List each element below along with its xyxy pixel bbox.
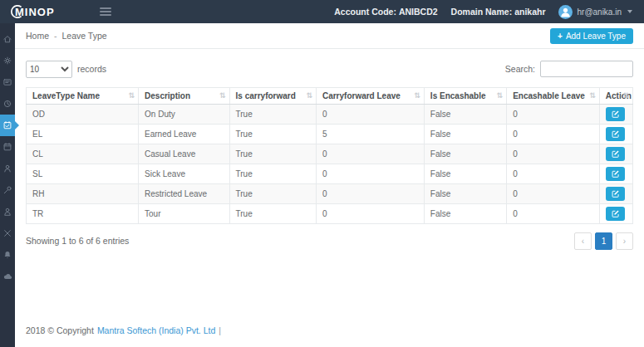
user2-icon bbox=[2, 207, 12, 217]
topbar: MINOP Account Code:ANIBCD2 Domain Name:a… bbox=[0, 0, 644, 23]
tools-icon bbox=[2, 228, 12, 238]
account-code-label: Account Code: bbox=[334, 7, 396, 17]
table-cell: False bbox=[424, 204, 506, 224]
breadcrumb-home[interactable]: Home bbox=[26, 31, 49, 41]
sidebar-item-cloud[interactable] bbox=[0, 266, 15, 287]
breadcrumb: Home - Leave Type + Add Leave Type bbox=[15, 23, 644, 49]
table-cell: 0 bbox=[507, 164, 600, 184]
table-cell: TR bbox=[27, 204, 139, 224]
sidebar-item-tools[interactable] bbox=[0, 222, 15, 244]
table-cell: True bbox=[229, 144, 316, 164]
table-header-row: LeaveType Name⇅Description⇅Is carryforwa… bbox=[27, 88, 633, 105]
table-cell: True bbox=[229, 105, 316, 125]
sort-icon: ⇅ bbox=[589, 91, 596, 100]
table-cell: False bbox=[424, 105, 506, 125]
search: Search: bbox=[505, 61, 633, 77]
column-header[interactable]: Encashable Leave⇅ bbox=[507, 88, 600, 105]
add-leave-type-button[interactable]: + Add Leave Type bbox=[550, 28, 633, 44]
sidebar-item-wrench[interactable] bbox=[0, 179, 15, 201]
wrench-icon bbox=[2, 185, 12, 195]
edit-icon bbox=[611, 169, 620, 178]
edit-button[interactable] bbox=[606, 207, 625, 221]
action-cell bbox=[599, 164, 632, 184]
table-cell: 0 bbox=[507, 144, 600, 164]
column-header[interactable]: Is Encashable⇅ bbox=[424, 88, 506, 105]
sidebar-item-settings[interactable] bbox=[0, 50, 15, 71]
edit-button[interactable] bbox=[606, 127, 625, 141]
search-label: Search: bbox=[505, 64, 535, 74]
table-controls: 10 records Search: bbox=[26, 59, 633, 79]
logo-text: MINOP bbox=[15, 6, 55, 18]
column-label: Is carryforward bbox=[236, 91, 296, 100]
column-header[interactable]: Carryforward Leave⇅ bbox=[316, 88, 424, 105]
sidebar-item-user2[interactable] bbox=[0, 201, 15, 222]
idcard-icon bbox=[2, 77, 12, 87]
sort-icon: ⇅ bbox=[219, 91, 226, 100]
table-footer: Showing 1 to 6 of 6 entries ‹1› bbox=[26, 231, 633, 251]
table-row: SLSick LeaveTrue0False0 bbox=[27, 164, 633, 184]
action-cell bbox=[599, 125, 632, 144]
table-cell: Casual Leave bbox=[139, 144, 230, 164]
calendar-check-icon bbox=[2, 120, 12, 130]
search-input[interactable] bbox=[540, 61, 633, 77]
sidebar-item-home[interactable] bbox=[0, 28, 15, 50]
records-select[interactable]: 10 bbox=[26, 61, 72, 78]
edit-button[interactable] bbox=[606, 187, 625, 201]
menu-toggle-icon[interactable] bbox=[100, 7, 111, 16]
edit-button[interactable] bbox=[606, 147, 625, 161]
edit-icon bbox=[611, 209, 620, 218]
column-header[interactable]: Description⇅ bbox=[139, 88, 230, 105]
table-cell: 0 bbox=[316, 184, 424, 204]
table-cell: False bbox=[424, 184, 506, 204]
account-code-value: ANIBCD2 bbox=[399, 7, 438, 17]
sidebar-item-bell[interactable] bbox=[0, 244, 15, 266]
account-code: Account Code:ANIBCD2 bbox=[334, 7, 437, 17]
column-label: LeaveType Name bbox=[32, 91, 100, 100]
sort-icon: ⇅ bbox=[622, 91, 629, 100]
table-cell: 0 bbox=[316, 144, 424, 164]
sort-icon: ⇅ bbox=[497, 91, 504, 100]
plus-icon: + bbox=[558, 32, 563, 41]
table-cell: False bbox=[424, 144, 506, 164]
chevron-down-icon bbox=[627, 10, 632, 13]
edit-icon bbox=[611, 110, 620, 119]
edit-button[interactable] bbox=[606, 167, 625, 181]
pagination: ‹1› bbox=[574, 232, 633, 250]
sort-icon: ⇅ bbox=[306, 91, 312, 100]
sidebar-item-user[interactable] bbox=[0, 158, 15, 179]
table-cell: False bbox=[424, 164, 506, 184]
main-content: Home - Leave Type + Add Leave Type 10 re… bbox=[15, 23, 644, 347]
column-header[interactable]: Action⇅ bbox=[599, 88, 632, 105]
table-cell: True bbox=[229, 125, 316, 144]
pagination-prev[interactable]: ‹ bbox=[574, 232, 592, 250]
sidebar-item-calendar[interactable] bbox=[0, 136, 15, 158]
pagination-next[interactable]: › bbox=[616, 232, 633, 250]
table-cell: 0 bbox=[507, 125, 600, 144]
column-header[interactable]: LeaveType Name⇅ bbox=[27, 88, 139, 105]
table-cell: 0 bbox=[507, 105, 600, 125]
table-cell: Tour bbox=[139, 204, 230, 224]
table-cell: Restricted Leave bbox=[139, 184, 230, 204]
records-label: records bbox=[77, 64, 106, 74]
table-cell: 0 bbox=[507, 204, 600, 224]
edit-button[interactable] bbox=[606, 107, 625, 121]
user-menu[interactable]: hr@anika.in bbox=[558, 5, 632, 19]
edit-icon bbox=[611, 189, 620, 198]
add-leave-type-label: Add Leave Type bbox=[566, 32, 626, 41]
table-row: ODOn DutyTrue0False0 bbox=[27, 105, 633, 125]
column-header[interactable]: Is carryforward⇅ bbox=[229, 88, 316, 105]
app-logo[interactable]: MINOP bbox=[0, 4, 83, 19]
company-link[interactable]: Mantra Softech (India) Pvt. Ltd bbox=[97, 325, 215, 335]
cloud-icon bbox=[2, 271, 12, 281]
calendar-icon bbox=[2, 142, 12, 152]
pagination-page[interactable]: 1 bbox=[595, 232, 612, 250]
sidebar-item-history[interactable] bbox=[0, 93, 15, 115]
column-label: Is Encashable bbox=[430, 91, 486, 100]
settings-icon bbox=[2, 56, 12, 66]
sort-icon: ⇅ bbox=[129, 91, 135, 100]
avatar bbox=[558, 5, 573, 19]
sidebar-item-idcard[interactable] bbox=[0, 71, 15, 93]
column-label: Description bbox=[145, 91, 190, 100]
sidebar-item-calendar-check[interactable] bbox=[0, 115, 15, 136]
column-label: Encashable Leave bbox=[513, 91, 585, 100]
